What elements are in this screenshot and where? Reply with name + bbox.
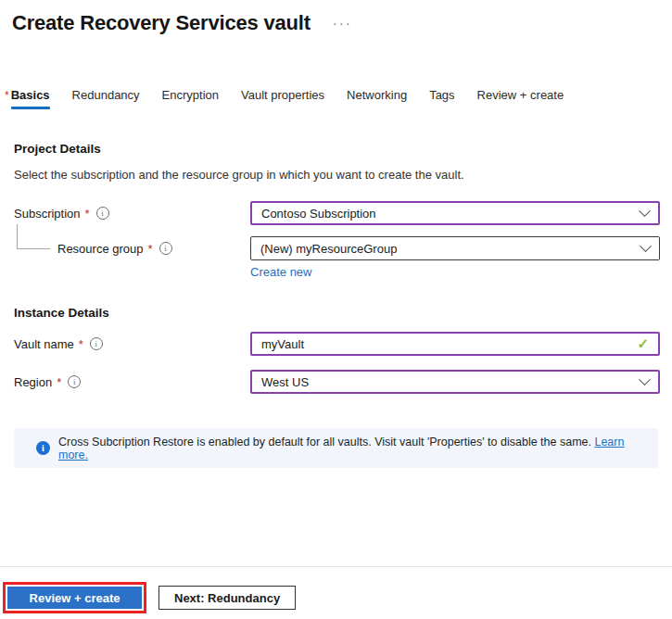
more-options-icon[interactable]: ··· [329, 17, 356, 30]
project-details-heading: Project Details [14, 142, 672, 157]
tab-basics[interactable]: * Basics [5, 88, 50, 107]
region-dropdown[interactable]: West US [250, 370, 660, 394]
required-asterisk: * [57, 375, 61, 389]
page-title: Create Recovery Services vault [12, 11, 311, 35]
next-redundancy-button[interactable]: Next: Redundancy [158, 586, 296, 610]
info-banner-text: Cross Subcription Restore is enabled by … [58, 436, 647, 461]
required-asterisk: * [5, 88, 9, 103]
tab-networking[interactable]: Networking [347, 88, 407, 107]
vault-name-field-wrapper: ✓ [250, 332, 660, 356]
resource-group-dropdown[interactable]: (New) myResourceGroup [250, 236, 660, 260]
subscription-dropdown[interactable]: Contoso Subscription [250, 201, 660, 225]
tab-label: Encryption [162, 88, 219, 109]
tab-label: Vault properties [241, 88, 324, 109]
tab-label: Basics [11, 88, 50, 109]
tab-label: Redundancy [72, 88, 140, 109]
tree-connector-line [17, 224, 50, 249]
tab-encryption[interactable]: Encryption [162, 88, 219, 107]
valid-checkmark-icon: ✓ [637, 335, 649, 352]
vault-name-label: Vault name * i [14, 332, 103, 356]
info-banner: i Cross Subcription Restore is enabled b… [14, 428, 658, 468]
tab-tags[interactable]: Tags [429, 88, 454, 107]
tab-label: Review + create [477, 88, 564, 109]
tab-review-create[interactable]: Review + create [477, 88, 564, 107]
instance-details-heading: Instance Details [14, 306, 672, 321]
required-asterisk: * [79, 337, 83, 351]
page-header: Create Recovery Services vault ··· [12, 11, 672, 35]
region-value: West US [261, 375, 309, 389]
info-icon[interactable]: i [96, 207, 109, 220]
tab-redundancy[interactable]: Redundancy [72, 88, 140, 107]
tab-vault-properties[interactable]: Vault properties [241, 88, 324, 107]
info-icon[interactable]: i [90, 337, 103, 350]
region-label: Region * i [14, 370, 81, 394]
info-icon[interactable]: i [159, 242, 172, 255]
chevron-down-icon [640, 240, 652, 252]
info-banner-icon: i [36, 441, 50, 455]
tab-strip: * Basics Redundancy Encryption Vault pro… [5, 88, 672, 107]
resource-group-row: Resource group * i (New) myResourceGroup [0, 236, 672, 260]
subscription-value: Contoso Subscription [261, 207, 376, 221]
red-highlight-annotation: Review + create [3, 582, 146, 613]
resource-group-value: (New) myResourceGroup [260, 242, 397, 256]
info-icon[interactable]: i [68, 375, 81, 388]
required-asterisk: * [85, 207, 90, 221]
chevron-down-icon [639, 373, 651, 385]
review-create-button[interactable]: Review + create [7, 587, 142, 609]
tab-label: Tags [429, 88, 454, 109]
vault-name-input[interactable] [261, 337, 637, 351]
chevron-down-icon [639, 205, 651, 217]
tab-label: Networking [347, 88, 407, 109]
resource-group-label: Resource group * i [57, 236, 172, 260]
create-new-link[interactable]: Create new [250, 265, 311, 279]
subscription-label: Subscription * i [14, 201, 109, 225]
vault-name-row: Vault name * i ✓ [0, 332, 672, 356]
footer-bar: Review + create Next: Redundancy [0, 567, 672, 613]
region-row: Region * i West US [0, 370, 672, 394]
subscription-row: Subscription * i Contoso Subscription [0, 201, 672, 225]
project-details-description: Select the subscription and the resource… [14, 168, 672, 183]
required-asterisk: * [148, 242, 153, 256]
